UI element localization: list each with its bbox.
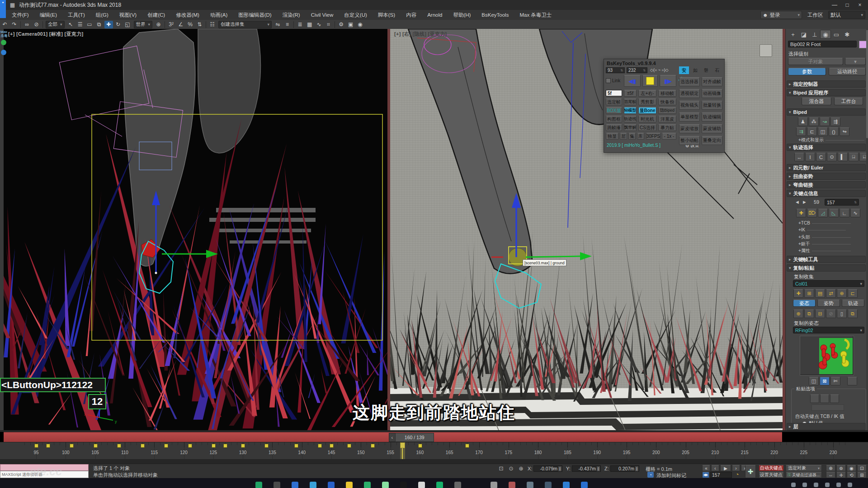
macro-recorder-field[interactable] bbox=[0, 464, 89, 471]
taskbar-app-icon[interactable] bbox=[527, 482, 533, 488]
copied-pose-dropdown[interactable]: RFing02▾ bbox=[793, 327, 864, 333]
menu-rendering[interactable]: 渲染(R) bbox=[277, 10, 306, 20]
range-end-field[interactable]: 232⇅ bbox=[627, 67, 647, 73]
absolute-offset-icon[interactable]: ⊕ bbox=[517, 465, 525, 472]
menu-customize[interactable]: 自定义(U) bbox=[339, 10, 372, 20]
layer-manager-icon[interactable]: ≣ bbox=[296, 21, 304, 28]
key-mode-toggle[interactable]: ◀▶ bbox=[702, 472, 709, 478]
taskbar-app-icon[interactable] bbox=[310, 482, 316, 488]
named-selection-sets-dropdown[interactable]: 创建选择集▾ bbox=[218, 21, 272, 28]
mixer-button[interactable]: 混合器 bbox=[802, 98, 831, 105]
rect-region-icon[interactable]: ▭ bbox=[85, 21, 94, 28]
menu-modifiers[interactable]: 修改器(M) bbox=[170, 10, 205, 20]
delete-key-icon[interactable]: ⌦ bbox=[807, 209, 817, 217]
trajectory-button[interactable]: 轨迹线 bbox=[624, 116, 637, 122]
y-coord-field[interactable]: -0.437m▲▼ bbox=[572, 465, 601, 472]
align-icon[interactable]: ≡ bbox=[283, 21, 292, 28]
auto-key-button[interactable]: 自动关键点 bbox=[759, 465, 784, 471]
menu-scripting[interactable]: 脚本(S) bbox=[373, 10, 401, 20]
time-config-icon[interactable]: ◔ bbox=[733, 471, 741, 478]
taskbar-app-icon[interactable] bbox=[292, 482, 298, 488]
collection-list-icon[interactable]: ▤ bbox=[815, 289, 825, 298]
close-button[interactable]: × bbox=[854, 0, 866, 10]
force-snap-button[interactable]: 暴力贴 bbox=[658, 124, 676, 131]
plus-minus-5f-button[interactable]: ±5f bbox=[624, 90, 637, 97]
zoom-icon[interactable]: ⊕ bbox=[826, 465, 835, 471]
menu-create[interactable]: 创建(C) bbox=[142, 10, 170, 20]
keyframe-marker[interactable] bbox=[347, 444, 351, 448]
cs-select-button[interactable]: CS选择 bbox=[638, 124, 656, 131]
key-frame-field[interactable]: 157⇅ bbox=[825, 199, 859, 206]
move-all-mode-icon[interactable]: ↬ bbox=[840, 127, 849, 136]
rollout-layers[interactable]: ▸层 bbox=[787, 423, 866, 430]
rollout-quaternion[interactable]: ▸四元数/ Euler bbox=[787, 164, 866, 171]
taskbar-app-icon[interactable] bbox=[491, 482, 497, 488]
quick-backup-button[interactable]: 快备份 bbox=[658, 99, 676, 105]
select-object-icon[interactable]: ↖ bbox=[66, 21, 75, 28]
option-box[interactable] bbox=[847, 377, 857, 385]
tab-modify-icon[interactable]: ◪ bbox=[798, 30, 809, 39]
modes-display-separator[interactable]: +模式和显示 bbox=[798, 137, 864, 143]
box-display-button[interactable]: BOX显 bbox=[606, 107, 622, 114]
tray-icon[interactable] bbox=[836, 483, 841, 487]
ease-icon[interactable]: ∟ bbox=[840, 209, 849, 217]
isolate-button[interactable]: 独显 bbox=[606, 133, 618, 140]
taskbar-app-icon[interactable] bbox=[454, 482, 461, 488]
link-checkbox[interactable]: Link bbox=[606, 78, 620, 83]
selection-lock-icon[interactable]: ⊙ bbox=[507, 465, 515, 472]
antivirus-shield-icon[interactable] bbox=[1, 40, 6, 45]
next-key-button[interactable]: ▮▶ bbox=[660, 75, 676, 87]
leg-mesh-back[interactable] bbox=[198, 29, 261, 153]
keyframe-marker[interactable] bbox=[371, 444, 375, 448]
previous-frame-button[interactable]: ‹ bbox=[711, 465, 719, 471]
next-frame-button[interactable]: › bbox=[732, 465, 740, 471]
frame-step-input[interactable]: 5f bbox=[606, 90, 622, 96]
next-key-arrow[interactable]: ► bbox=[802, 199, 807, 205]
keyframe-marker[interactable] bbox=[318, 444, 322, 448]
tab-utilities-icon[interactable]: ✱ bbox=[842, 30, 853, 39]
curve-editor-icon[interactable]: ∿ bbox=[315, 21, 323, 28]
tab-pan[interactable]: 磐 bbox=[701, 66, 711, 74]
anim-mirror-button[interactable]: 动画镜像 bbox=[702, 89, 722, 98]
set-button[interactable]: 集 bbox=[628, 133, 636, 140]
trajectory-edit-button[interactable]: 轨迹编辑 bbox=[702, 113, 722, 122]
sub-object-button[interactable]: 子对象 bbox=[788, 58, 843, 65]
taskbar-app-icon[interactable] bbox=[545, 482, 552, 488]
menu-animation[interactable]: 动画(A) bbox=[205, 10, 233, 20]
menu-max-antivirus[interactable]: Max 杀毒卫士 bbox=[514, 10, 557, 20]
ribbon-solver-button[interactable]: 飘带解 bbox=[624, 124, 637, 131]
skin-assist-button[interactable]: 蒙皮辅助 bbox=[702, 124, 722, 133]
light-model-button[interactable]: 轻模型 bbox=[624, 107, 637, 114]
rollout-copy-paste[interactable]: ▾复制/粘贴 bbox=[787, 264, 866, 272]
keyframe-marker[interactable] bbox=[141, 444, 145, 448]
keyframe-marker[interactable] bbox=[330, 444, 334, 448]
view-camera-button[interactable]: 视角镜头 bbox=[679, 101, 700, 110]
isolate-selection-icon[interactable]: ⊡ bbox=[497, 465, 505, 472]
pan-icon[interactable]: ✛ bbox=[836, 472, 846, 478]
silhouette-button[interactable]: 秀剪影 bbox=[638, 99, 656, 105]
add-collection-icon[interactable]: ⊕ bbox=[837, 289, 847, 298]
taskbar-app-icon[interactable] bbox=[418, 482, 425, 488]
set-keys-big-button[interactable]: ✚ bbox=[745, 465, 756, 478]
window-crossing-icon[interactable]: ⧉ bbox=[95, 21, 104, 28]
render-icon[interactable]: ◉ bbox=[356, 21, 364, 28]
track-button[interactable]: 轨迹 bbox=[842, 300, 864, 307]
mixer-mode-icon[interactable]: ⇶ bbox=[830, 117, 840, 126]
antivirus-info-icon[interactable] bbox=[1, 50, 6, 55]
windows-taskbar[interactable] bbox=[0, 478, 868, 488]
symmetry-icon[interactable]: ▍ bbox=[838, 153, 848, 161]
curve-icon[interactable]: ∿ bbox=[850, 209, 860, 217]
taskbar-app-icon[interactable] bbox=[328, 482, 335, 488]
show-bone-button[interactable]: 显Bone bbox=[638, 107, 656, 114]
use-pivot-icon[interactable]: ⊕ bbox=[154, 21, 163, 28]
taskbar-app-icon[interactable] bbox=[563, 482, 570, 488]
x-coord-field[interactable]: -0.079m▲▼ bbox=[533, 465, 562, 472]
tab-create-icon[interactable]: + bbox=[788, 30, 798, 39]
orbit-icon[interactable]: ⟲ bbox=[847, 472, 856, 478]
taskbar-app-icon[interactable] bbox=[346, 482, 353, 488]
swap-collection-icon[interactable]: ⇄ bbox=[826, 289, 836, 298]
rollout-track-selection[interactable]: ▾轨迹选择 bbox=[787, 144, 866, 151]
fov-icon[interactable]: ⊡ bbox=[857, 465, 867, 471]
taskbar-app-icon[interactable] bbox=[255, 482, 262, 488]
tab-shi[interactable]: 石 bbox=[712, 66, 722, 74]
